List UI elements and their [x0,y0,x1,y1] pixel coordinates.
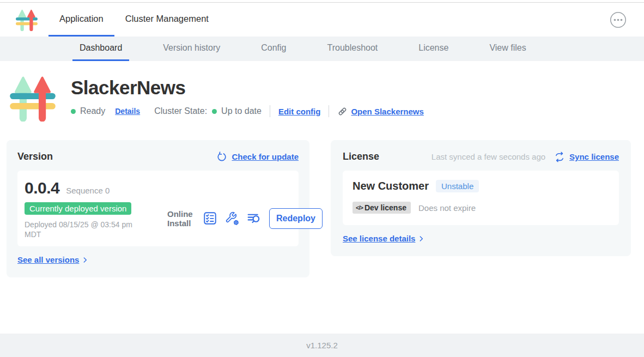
version-number: 0.0.4 [25,179,59,197]
version-card: Version Check for update 0.0.4 Sequence … [7,140,309,277]
license-type-label: Dev license [364,203,406,212]
link-chain-icon [337,106,348,117]
license-detail-panel: New Customer Unstable </> Dev license Do… [343,171,619,225]
open-app-link-label: Open Slackernews [351,107,423,116]
channel-badge: Unstable [436,180,479,192]
primary-tabs: Application Cluster Management [48,3,220,37]
divider [329,105,329,117]
last-synced-text: Last synced a few seconds ago [432,152,545,161]
refresh-icon [216,152,227,162]
divider [270,105,270,117]
cluster-state-dot [212,109,217,114]
subnav-view-files[interactable]: View files [482,37,533,61]
see-all-versions-link[interactable]: See all versions [17,255,299,264]
subnav-troubleshoot[interactable]: Troubleshoot [320,37,385,61]
deployed-timestamp: Deployed 08/15/25 @ 03:54 pm MDT [25,220,140,239]
console-version-text: v1.125.2 [306,341,338,350]
top-header: Application Cluster Management [0,3,644,37]
see-license-details-label: See license details [343,234,415,243]
sync-arrows-icon [554,152,565,162]
footer-bar: v1.125.2 [0,334,644,357]
chevron-right-icon [81,256,89,264]
app-status-text: Ready [80,106,105,116]
version-action-icons [203,211,261,226]
see-all-versions-label: See all versions [17,255,79,264]
current-version-panel: 0.0.4 Sequence 0 Currently deployed vers… [17,171,299,246]
redeploy-button[interactable]: Redeploy [269,208,323,229]
check-for-update-label: Check for update [232,152,299,161]
preflight-checks-icon[interactable] [203,211,217,226]
status-details-link[interactable]: Details [115,107,140,116]
customer-name: New Customer [353,180,429,192]
code-icon: </> [356,204,363,211]
chevron-right-icon [417,235,425,243]
open-app-link[interactable]: Open Slackernews [337,106,423,117]
license-card-title: License [343,151,379,162]
cluster-state-value: Up to date [221,106,262,116]
cluster-state-label: Cluster State: [154,106,207,116]
sync-license-label: Sync license [569,152,619,161]
deployed-status-badge: Currently deployed version [25,202,131,215]
app-logo-icon [15,8,38,31]
license-type-badge: </> Dev license [353,202,411,214]
app-sub-nav: Dashboard Version history Config Trouble… [0,37,644,61]
subnav-license[interactable]: License [411,37,455,61]
app-hero-icon [9,74,57,122]
tab-application[interactable]: Application [48,3,114,37]
license-card: License Last synced a few seconds ago Sy… [331,140,631,256]
sync-license-link[interactable]: Sync license [554,152,619,162]
page-title: SlackerNews [71,77,424,99]
tab-cluster-management[interactable]: Cluster Management [114,3,220,37]
subnav-version-history[interactable]: Version history [156,37,227,61]
admin-console-page: Application Cluster Management Dashboard… [0,0,644,357]
subnav-config[interactable]: Config [254,37,293,61]
dashboard-cards: Version Check for update 0.0.4 Sequence … [0,140,644,277]
app-status-row: Ready Details Cluster State: Up to date … [71,105,424,117]
version-card-title: Version [17,151,53,162]
edit-config-link[interactable]: Edit config [278,107,321,116]
app-hero: SlackerNews Ready Details Cluster State:… [9,74,644,122]
see-license-details-link[interactable]: See license details [343,234,619,243]
app-status-dot [71,109,76,114]
install-type-label: Online Install [167,209,195,228]
subnav-dashboard[interactable]: Dashboard [72,37,129,61]
check-for-update-link[interactable]: Check for update [216,152,299,162]
view-logs-icon[interactable] [246,211,261,226]
expiration-text: Does not expire [418,203,476,213]
config-wrench-icon[interactable] [224,211,239,226]
sequence-label: Sequence 0 [66,186,110,195]
overflow-menu-button[interactable] [610,11,627,28]
